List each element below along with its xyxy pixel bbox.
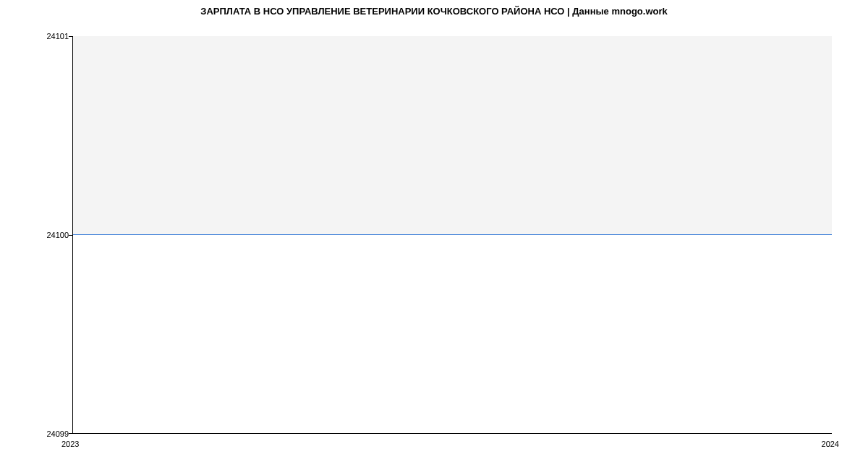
y-tick-mark bbox=[69, 433, 72, 434]
chart-title: ЗАРПЛАТА В НСО УПРАВЛЕНИЕ ВЕТЕРИНАРИИ КО… bbox=[0, 6, 868, 17]
data-line bbox=[73, 234, 832, 235]
x-tick-label: 2024 bbox=[822, 440, 839, 448]
plot-area bbox=[72, 36, 832, 434]
x-tick-label: 2023 bbox=[61, 440, 79, 448]
y-tick-label: 24100 bbox=[46, 231, 69, 239]
plot-bg-lower bbox=[73, 235, 832, 434]
y-tick-mark bbox=[69, 235, 72, 236]
y-tick-label: 24101 bbox=[46, 32, 69, 40]
y-tick-mark bbox=[69, 36, 72, 37]
y-tick-label: 24099 bbox=[46, 430, 69, 438]
plot-bg-upper bbox=[73, 36, 832, 235]
